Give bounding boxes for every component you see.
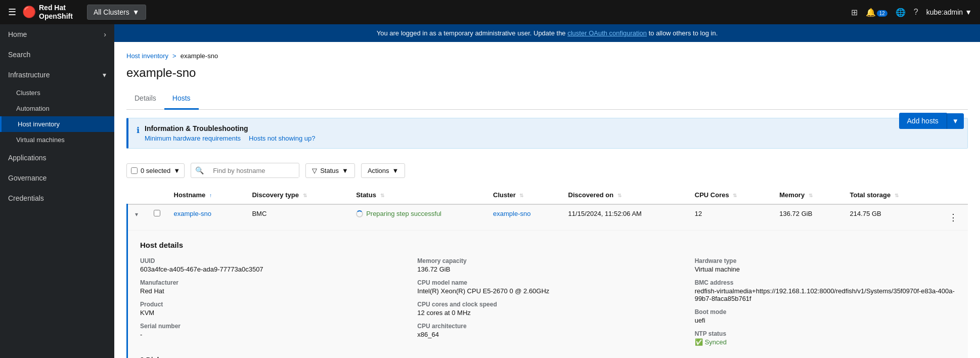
col-discovered-on[interactable]: Discovered on ⇅: [562, 186, 689, 204]
status-filter-label: Status: [320, 167, 339, 174]
manufacturer-field: Manufacturer Red Hat: [140, 279, 401, 295]
breadcrumb-parent[interactable]: Host inventory: [126, 52, 168, 60]
col-total-storage[interactable]: Total storage ⇅: [844, 186, 939, 204]
col-memory[interactable]: Memory ⇅: [773, 186, 843, 204]
info-title: Information & Troubleshooting: [145, 124, 316, 132]
hostname-sort-icon: ↑: [209, 193, 212, 198]
cpu-cores-speed-field: CPU cores and clock speed 12 cores at 0 …: [417, 301, 678, 317]
bmc-address-value: redfish-virtualmedia+https://192.168.1.1…: [695, 287, 956, 302]
row-kebab-button[interactable]: ⋮: [945, 210, 962, 225]
tab-hosts[interactable]: Hosts: [164, 88, 199, 110]
discovery-type-cell: BMC: [246, 204, 350, 231]
select-all-input[interactable]: [131, 167, 138, 174]
infrastructure-arrow-icon: ▾: [103, 71, 106, 79]
sidebar-item-governance[interactable]: Governance: [0, 168, 114, 188]
sidebar-item-search[interactable]: Search: [0, 44, 114, 65]
col-cluster[interactable]: Cluster ⇅: [487, 186, 562, 204]
ntp-status-field: NTP status ✅ Synced: [695, 330, 956, 346]
col-hostname[interactable]: Hostname ↑: [168, 186, 246, 204]
redhat-hat-icon: 🔴: [22, 6, 36, 19]
search-input[interactable]: [208, 164, 299, 177]
cpu-model-label: CPU model name: [417, 279, 678, 286]
notification-badge: 12: [877, 10, 887, 17]
add-hosts-button[interactable]: Add hosts: [899, 113, 947, 129]
hosts-not-showing-link[interactable]: Hosts not showing up?: [249, 135, 316, 142]
serial-number-field: Serial number -: [140, 323, 401, 338]
boot-mode-label: Boot mode: [695, 308, 956, 316]
home-arrow-icon: ›: [104, 30, 106, 38]
selected-count-dropdown-icon[interactable]: ▼: [173, 167, 180, 174]
cpu-arch-field: CPU architecture x86_64: [417, 323, 678, 338]
oauth-config-link[interactable]: cluster OAuth configuration: [567, 29, 647, 37]
sidebar-item-credentials[interactable]: Credentials: [0, 188, 114, 208]
hardware-requirements-link[interactable]: Minimum hardware requirements: [145, 135, 241, 142]
toolbar: 0 selected ▼ 🔍 ▽ Status ▼ Actions ▼: [126, 157, 968, 182]
col-cpu-cores[interactable]: CPU Cores ⇅: [689, 186, 773, 204]
cpu-arch-label: CPU architecture: [417, 323, 678, 330]
boot-mode-value: uefi: [695, 317, 956, 324]
host-detail-panel: Host details UUID 603a4fce-a405-467e-ada…: [128, 231, 968, 358]
cluster-selector-dropdown-icon: ▼: [132, 8, 140, 16]
sidebar-sub-clusters[interactable]: Clusters: [0, 85, 114, 101]
bmc-address-field: BMC address redfish-virtualmedia+https:/…: [695, 279, 956, 302]
clusters-label: Clusters: [16, 89, 40, 97]
serial-number-label: Serial number: [140, 323, 401, 330]
row-expand-button[interactable]: ▾: [134, 210, 139, 219]
bell-icon[interactable]: 🔔12: [866, 8, 887, 17]
sidebar-item-infrastructure[interactable]: Infrastructure ▾: [0, 65, 114, 85]
bmc-address-label: BMC address: [695, 279, 956, 286]
hardware-type-label: Hardware type: [695, 257, 956, 264]
sidebar-sub-virtual-machines[interactable]: Virtual machines: [0, 132, 114, 148]
alert-banner: You are logged in as a temporary adminis…: [114, 24, 980, 42]
sidebar-item-applications[interactable]: Applications: [0, 148, 114, 168]
discovered-sort-icon: ⇅: [617, 193, 621, 198]
select-all-checkbox[interactable]: 0 selected ▼: [126, 163, 185, 178]
ntp-check-icon: ✅: [695, 338, 703, 346]
manufacturer-label: Manufacturer: [140, 279, 401, 286]
cluster-sort-icon: ⇅: [519, 193, 523, 198]
cpu-cores-sort-icon: ⇅: [733, 193, 737, 198]
row-checkbox[interactable]: [154, 210, 160, 216]
user-dropdown-icon: ▼: [965, 8, 972, 16]
add-hosts-dropdown-button[interactable]: ▼: [947, 113, 964, 129]
user-menu[interactable]: kube:admin ▼: [926, 8, 972, 16]
status-text: Preparing step successful: [366, 210, 441, 217]
tab-details[interactable]: Details: [126, 88, 164, 110]
status-filter[interactable]: ▽ Status ▼: [305, 163, 355, 178]
discovery-sort-icon: ⇅: [303, 193, 307, 198]
memory-cell: 136.72 GiB: [773, 204, 843, 231]
globe-icon[interactable]: 🌐: [896, 8, 906, 17]
sidebar-item-home[interactable]: Home ›: [0, 24, 114, 44]
cpu-arch-value: x86_64: [417, 331, 678, 338]
col-status[interactable]: Status ⇅: [350, 186, 487, 204]
search-label: Search: [8, 51, 30, 59]
help-icon[interactable]: ?: [914, 8, 918, 17]
grid-icon[interactable]: ⊞: [851, 8, 858, 17]
product-label: Product: [140, 301, 401, 308]
cluster-link[interactable]: example-sno: [493, 210, 530, 217]
actions-label: Actions: [368, 167, 389, 174]
discovered-on-cell: 11/15/2024, 11:52:06 AM: [562, 204, 689, 231]
sidebar-sub-automation[interactable]: Automation: [0, 101, 114, 116]
hostname-link[interactable]: example-sno: [174, 210, 211, 217]
sidebar: Home › Search Infrastructure ▾ Clusters …: [0, 24, 114, 358]
status-cell: Preparing step successful: [356, 210, 481, 217]
hamburger-menu-icon[interactable]: ☰: [8, 7, 16, 18]
memory-capacity-value: 136.72 GiB: [417, 265, 678, 273]
cpu-cores-cell: 12: [689, 204, 773, 231]
breadcrumb-current: example-sno: [181, 52, 218, 60]
virtual-machines-label: Virtual machines: [16, 136, 65, 144]
col-discovery-type[interactable]: Discovery type ⇅: [246, 186, 350, 204]
status-sort-icon: ⇅: [380, 193, 384, 198]
redhat-logo: 🔴 Red Hat OpenShift: [22, 4, 73, 21]
top-nav: ☰ 🔴 Red Hat OpenShift All Clusters ▼ ⊞ 🔔…: [0, 0, 980, 24]
cpu-cores-speed-value: 12 cores at 0 MHz: [417, 309, 678, 317]
actions-dropdown[interactable]: Actions ▼: [361, 163, 406, 178]
add-hosts-button-group: Add hosts ▼: [899, 113, 964, 129]
sidebar-sub-host-inventory[interactable]: Host inventory: [0, 116, 114, 132]
host-detail-title: Host details: [140, 241, 956, 249]
actions-dropdown-icon: ▼: [392, 167, 399, 174]
search-box: 🔍: [191, 163, 299, 178]
cluster-selector[interactable]: All Clusters ▼: [87, 5, 146, 20]
boot-mode-field: Boot mode uefi: [695, 308, 956, 324]
